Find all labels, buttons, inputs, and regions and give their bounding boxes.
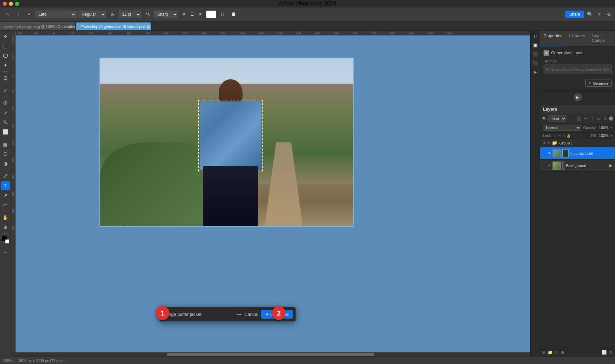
pen-tool[interactable] (1, 172, 10, 181)
align-left-button[interactable]: ≡ (180, 11, 188, 18)
home-button[interactable]: ⌂ (3, 10, 12, 19)
zoom-tool[interactable]: ⊕ (1, 223, 10, 232)
edit-toolbar-btn[interactable]: ⋯ (1, 248, 10, 257)
close-button[interactable] (3, 2, 7, 6)
fill-arrow[interactable]: ▾ (611, 134, 612, 137)
gradient-tool[interactable]: ▦ (1, 140, 10, 149)
svg-text:700: 700 (183, 32, 187, 34)
layers-filter-icons: ⬛ ✏ T ▭ ⊙ (576, 116, 613, 121)
minimize-button[interactable] (9, 2, 13, 6)
tool-separator-1 (2, 71, 9, 72)
tab-mountain-trail[interactable]: Photoshop AI generative fill tutorial.ps… (76, 22, 151, 30)
add-mask-icon[interactable]: ⬡ (555, 350, 558, 355)
dimensions-arrow[interactable]: › (65, 359, 66, 362)
canvas-area[interactable]: ••• Cancel ✦ Generate 1 2 (16, 36, 530, 352)
layer-background[interactable]: 👁 Background 🔒 (540, 159, 615, 172)
layer-group-1[interactable]: 👁 ▾ 📁 Group 1 (540, 139, 615, 147)
eyedropper-tool[interactable] (1, 86, 10, 95)
dodge-tool[interactable]: ◑ (1, 159, 10, 168)
new-group-icon[interactable]: 📁 (548, 350, 553, 355)
eye-icon-group[interactable]: 👁 (543, 141, 546, 145)
layer-thumb-mountain (552, 149, 561, 157)
hand-tool[interactable]: ✋ (1, 213, 10, 222)
align-right-button[interactable]: ≡ (196, 11, 204, 18)
brush-tool[interactable] (1, 108, 10, 117)
layer-thumb-bg (552, 162, 561, 170)
new-layer-icon[interactable]: ⬜ (602, 350, 607, 355)
add-layer-comp-icon[interactable]: ⊞ (542, 350, 546, 355)
layers-kind-select[interactable]: Kind (548, 115, 566, 122)
sharpness-select[interactable]: Sharp (154, 11, 178, 18)
help-button[interactable]: ? (596, 11, 603, 18)
warp-text-icon[interactable]: ⌇T (218, 10, 227, 19)
font-family-select[interactable]: Lato (36, 11, 77, 18)
svg-text:0: 0 (12, 75, 14, 76)
lock-all-icon[interactable]: 🔒 (566, 134, 571, 138)
adjust-panel-icon[interactable]: ⬛ (532, 59, 539, 67)
blur-tool[interactable] (1, 150, 10, 158)
color-swatches[interactable] (1, 235, 10, 244)
clone-stamp-tool[interactable] (1, 118, 10, 127)
svg-text:1900: 1900 (409, 32, 414, 34)
cancel-button[interactable]: Cancel (244, 312, 258, 317)
crop-tool[interactable]: ⊡ (1, 73, 10, 82)
move-tool[interactable]: ✛ (1, 32, 10, 41)
lock-pixels-icon[interactable]: ✏ (558, 134, 561, 138)
photo-background (100, 58, 353, 226)
play-button[interactable]: ▶ (532, 68, 539, 76)
generative-fill-input[interactable] (162, 312, 234, 317)
type-layer-filter[interactable]: T (589, 116, 595, 121)
blend-mode-select[interactable]: Normal (543, 125, 581, 131)
svg-text:700: 700 (12, 192, 14, 196)
tab-libraries[interactable]: Libraries (566, 31, 588, 46)
properties-panel-icon[interactable]: 🔲 (532, 42, 539, 49)
magic-wand-tool[interactable]: ✦ (1, 61, 10, 70)
shapes-tool[interactable]: ▭ (1, 200, 10, 209)
ai-generate-play-button[interactable]: ▶ (574, 93, 582, 101)
generate-panel-button[interactable]: ✦ Generate (585, 80, 612, 87)
more-options-button[interactable]: ••• (237, 312, 242, 317)
delete-layer-icon[interactable]: 🗑 (609, 350, 613, 355)
tab-basketball-player[interactable]: basketball player.png @ 100% (Generative… (0, 22, 75, 30)
lock-position-icon[interactable]: ⬚ (554, 134, 557, 138)
adjust-layer-filter[interactable]: ✏ (583, 116, 588, 121)
opacity-arrow[interactable]: ▾ (611, 126, 612, 129)
svg-text:600: 600 (12, 175, 14, 179)
font-weight-select[interactable]: Regular (79, 11, 106, 18)
font-size-select[interactable]: 32 pt (119, 11, 141, 18)
pixel-layer-filter[interactable]: ⬛ (576, 116, 582, 121)
character-panel-icon[interactable]: 📋 (229, 10, 238, 19)
eye-icon-bg[interactable]: 👁 (548, 164, 551, 167)
path-select-tool[interactable]: ↗ (1, 191, 10, 200)
layer-mountain-trail[interactable]: 👁 mountain trail (540, 147, 615, 159)
share-button[interactable]: Share (565, 11, 584, 18)
collapse-panel-button[interactable]: ⟩⟩ (532, 33, 539, 40)
add-adjustment-icon[interactable]: ◑ (560, 350, 564, 355)
search-button[interactable]: 🔍 (586, 11, 593, 18)
select-rect-tool[interactable]: ⬚ (1, 42, 10, 51)
horizontal-scrollbar[interactable] (11, 352, 530, 356)
align-center-button[interactable]: ☰ (188, 11, 196, 18)
svg-text:300: 300 (108, 32, 112, 34)
prompt-input[interactable] (544, 65, 612, 74)
tabs-bar: basketball player.png @ 100% (Generative… (0, 21, 615, 31)
layers-panel-icon[interactable]: ⬛ (532, 51, 539, 58)
eraser-tool[interactable]: ⬜ (1, 127, 10, 136)
layers-bottom-toolbar: ⊞ 📁 ⬡ ◑ ⬜ 🗑 (540, 348, 615, 356)
text-color-swatch[interactable] (206, 11, 216, 18)
type-tool[interactable]: T (1, 181, 10, 190)
eye-icon-mountain[interactable]: 👁 (548, 152, 551, 155)
tab-layer-comps[interactable]: Layer Comps (588, 31, 615, 46)
maximize-button[interactable] (15, 2, 19, 6)
tab-properties[interactable]: Properties (540, 31, 566, 46)
group-expand-arrow[interactable]: ▾ (548, 141, 550, 145)
spot-heal-tool[interactable] (1, 99, 10, 108)
smart-layer-filter[interactable]: ⊙ (602, 116, 608, 121)
lock-artboard-icon[interactable]: ⊡ (562, 134, 565, 138)
settings-button[interactable]: ⚙ (605, 11, 612, 18)
scrollbar-thumb[interactable] (167, 353, 374, 356)
svg-text:500: 500 (146, 32, 150, 34)
filter-toggle[interactable] (609, 116, 613, 121)
lasso-tool[interactable] (1, 51, 10, 60)
shape-layer-filter[interactable]: ▭ (596, 116, 601, 121)
